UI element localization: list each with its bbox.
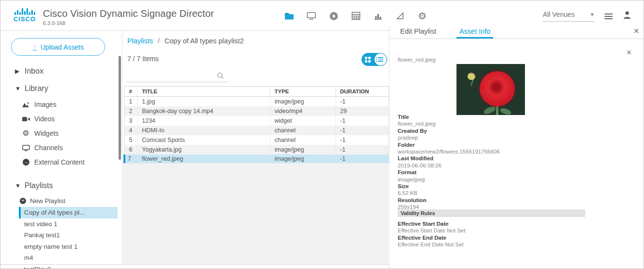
cisco-logo-bars-icon bbox=[11, 7, 38, 15]
flower-bud bbox=[468, 73, 475, 80]
upload-assets-label: Upload Assets bbox=[40, 43, 84, 51]
field-value: pradeep bbox=[398, 134, 590, 141]
breadcrumb-separator: / bbox=[158, 37, 160, 45]
field-label: Last Modified bbox=[398, 155, 590, 162]
field-value: flower_red.jpeg bbox=[398, 120, 590, 127]
gear-icon[interactable]: ⚙ bbox=[417, 11, 428, 21]
field-label: Format bbox=[398, 169, 590, 176]
playlist-item[interactable]: empty name test 1 bbox=[19, 241, 118, 253]
panel-tab-bar: Edit Playlist Asset Info bbox=[389, 26, 644, 39]
table-header-row: # TITLE TYPE DURATION bbox=[124, 87, 389, 97]
field-label: Effective Start Date bbox=[398, 220, 590, 227]
app-version: 6.3.0-168 bbox=[43, 20, 65, 26]
table-row[interactable]: 3 1234 widget -1 bbox=[124, 116, 389, 126]
sidebar-item-videos[interactable]: Videos bbox=[0, 112, 122, 126]
column-header-num[interactable]: # bbox=[124, 87, 137, 97]
asset-preview-image bbox=[456, 64, 525, 115]
chevron-down-icon: ▼ bbox=[15, 182, 20, 189]
panel-close-icon[interactable]: × bbox=[633, 26, 639, 36]
sidebar-scrollbar[interactable] bbox=[119, 56, 121, 160]
playlist-item[interactable]: m4 bbox=[19, 252, 118, 264]
app-window: CISCO Cisco Vision Dynamic Signage Direc… bbox=[0, 0, 644, 269]
field-value: Effective End Date Not Set bbox=[398, 241, 590, 248]
play-circle-icon[interactable] bbox=[328, 11, 339, 21]
column-header-type[interactable]: TYPE bbox=[270, 87, 335, 97]
asset-close-icon[interactable]: × bbox=[626, 48, 631, 57]
sidebar-item-widgets[interactable]: ⚙ Widgets bbox=[0, 126, 122, 141]
column-header-title[interactable]: TITLE bbox=[137, 87, 270, 97]
field-label: Effective End Date bbox=[398, 234, 590, 241]
venue-selector[interactable]: All Venues ▼ bbox=[543, 11, 595, 22]
upload-icon: ↑ bbox=[33, 43, 37, 51]
playlist-item-selected[interactable]: Copy of All types pl... bbox=[19, 207, 118, 218]
sidebar-tree: ▶ Inbox ▼ Library Images Videos ⚙ bbox=[0, 63, 122, 269]
breadcrumb-playlists-link[interactable]: Playlists bbox=[127, 37, 153, 45]
playlist-item[interactable]: Pankaj test1 bbox=[19, 230, 118, 241]
calendar-icon[interactable] bbox=[350, 11, 361, 21]
new-playlist-button[interactable]: + New Playlist bbox=[0, 194, 122, 207]
grid-view-icon[interactable] bbox=[362, 57, 374, 63]
field-label: Size bbox=[398, 183, 590, 190]
search-field bbox=[126, 70, 228, 82]
field-value: 6.52 KB bbox=[398, 190, 590, 196]
field-value: workspace/new2/flowers.1556191755606 bbox=[398, 148, 590, 155]
column-header-duration[interactable]: DURATION bbox=[335, 87, 389, 97]
chevron-down-icon: ▼ bbox=[590, 12, 595, 17]
red-flower bbox=[480, 71, 515, 106]
bottom-divider bbox=[0, 264, 389, 265]
spacer bbox=[0, 169, 122, 177]
sidebar-item-channels[interactable]: Channels bbox=[0, 141, 122, 155]
field-value: image/jpeg bbox=[398, 176, 590, 183]
view-toggle[interactable] bbox=[362, 53, 387, 66]
menu-icon[interactable] bbox=[604, 13, 613, 19]
tab-edit-playlist[interactable]: Edit Playlist bbox=[397, 26, 439, 38]
header-right: All Venues ▼ bbox=[543, 10, 632, 22]
validity-fields: Effective Start Date Effective Start Dat… bbox=[398, 220, 590, 248]
sidebar: ↑ Upload Assets ▶ Inbox ▼ Library Images bbox=[0, 31, 122, 265]
field-label: Created By bbox=[398, 128, 590, 134]
channels-icon bbox=[22, 145, 30, 151]
main-content: Playlists / Copy of All types playlist2 … bbox=[123, 31, 389, 269]
chevron-down-icon: ▼ bbox=[15, 85, 20, 92]
external-content-icon: → bbox=[22, 159, 30, 166]
sidebar-item-images[interactable]: Images bbox=[0, 97, 122, 112]
header-nav-icons: ⚙ bbox=[284, 11, 428, 21]
upload-assets-button[interactable]: ↑ Upload Assets bbox=[11, 38, 105, 56]
user-icon[interactable] bbox=[622, 10, 632, 22]
table-row[interactable]: 4 HDMI-In channel -1 bbox=[124, 126, 389, 135]
app-title: Cisco Vision Dynamic Signage Director bbox=[43, 8, 214, 19]
asset-info-panel: Edit Playlist Asset Info × × flower_red.… bbox=[389, 26, 644, 269]
plus-icon: + bbox=[20, 198, 26, 204]
sidebar-item-playlists[interactable]: ▼ Playlists bbox=[0, 177, 122, 194]
search-icon bbox=[217, 72, 224, 81]
table-row[interactable]: 2 Bangkok-day copy 14.mp4 video/mp4 29 bbox=[124, 106, 389, 116]
field-label: Folder bbox=[398, 141, 590, 148]
videos-icon bbox=[22, 116, 30, 122]
set-square-icon[interactable] bbox=[395, 11, 405, 21]
breadcrumb: Playlists / Copy of All types playlist2 bbox=[127, 37, 244, 45]
table-row[interactable]: 5 Comcast Sports channel -1 bbox=[124, 135, 389, 145]
playlist-items-table: # TITLE TYPE DURATION 1 1.jpg image/jpeg… bbox=[123, 86, 389, 164]
list-view-icon[interactable] bbox=[374, 53, 387, 66]
display-icon[interactable] bbox=[306, 11, 317, 21]
tab-asset-info[interactable]: Asset Info bbox=[456, 26, 493, 38]
sidebar-item-inbox[interactable]: ▶ Inbox bbox=[0, 63, 122, 80]
search-input[interactable] bbox=[126, 70, 214, 82]
table-row-selected[interactable]: 7 flower_red.jpeg image/jpeg -1 bbox=[124, 154, 389, 164]
field-label: Resolution bbox=[398, 197, 590, 204]
content-empty-area bbox=[123, 163, 389, 264]
images-icon bbox=[22, 102, 30, 107]
chevron-right-icon: ▶ bbox=[15, 68, 20, 75]
sidebar-item-library[interactable]: ▼ Library bbox=[0, 80, 122, 97]
bar-chart-icon[interactable] bbox=[373, 11, 383, 21]
cisco-logo: CISCO bbox=[11, 7, 38, 23]
widgets-icon: ⚙ bbox=[22, 129, 30, 137]
playlist-item[interactable]: test video 1 bbox=[19, 218, 118, 230]
sidebar-item-external-content[interactable]: → External Content bbox=[0, 155, 122, 169]
table-row[interactable]: 6 Yogyakarta.jpg image/jpeg -1 bbox=[124, 145, 389, 154]
cisco-logo-text: CISCO bbox=[11, 15, 38, 23]
table-row[interactable]: 1 1.jpg image/jpeg -1 bbox=[124, 97, 389, 106]
folder-icon[interactable] bbox=[284, 11, 295, 21]
venue-selector-value: All Venues bbox=[543, 11, 575, 18]
asset-name: flower_red.jpeg bbox=[398, 57, 436, 63]
